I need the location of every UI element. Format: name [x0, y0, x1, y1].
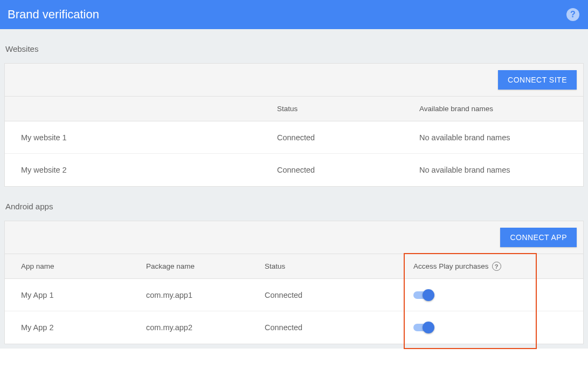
apps-col-access: Access Play purchases ?	[403, 262, 583, 271]
apps-col-app: App name	[5, 262, 146, 270]
apps-col-access-label: Access Play purchases	[413, 262, 489, 270]
access-help-icon[interactable]: ?	[492, 262, 501, 271]
app-package: com.my.app2	[146, 323, 265, 332]
website-name: My website 2	[5, 166, 277, 174]
website-brand: No available brand names	[419, 166, 583, 174]
websites-col-brand: Available brand names	[419, 105, 583, 113]
access-toggle[interactable]	[413, 289, 434, 301]
app-name: My App 2	[5, 323, 146, 332]
table-row: My App 2 com.my.app2 Connected	[5, 311, 583, 344]
website-brand: No available brand names	[419, 133, 583, 142]
websites-col-status: Status	[277, 105, 419, 113]
apps-table-header: App name Package name Status Access Play…	[5, 254, 583, 279]
apps-col-package: Package name	[146, 262, 265, 270]
table-row: My website 2 Connected No available bran…	[5, 154, 583, 186]
app-status: Connected	[265, 323, 403, 332]
access-toggle[interactable]	[413, 322, 434, 333]
website-name: My website 1	[5, 133, 277, 142]
apps-section-label: Android apps	[4, 187, 584, 221]
page-title: Brand verification	[8, 8, 99, 22]
websites-section-label: Websites	[4, 29, 584, 63]
apps-card: CONNECT APP App name Package name Status…	[4, 221, 584, 344]
page-header: Brand verification ?	[0, 0, 588, 29]
websites-card: CONNECT SITE Status Available brand name…	[4, 63, 584, 187]
website-status: Connected	[277, 166, 419, 174]
table-row: My App 1 com.my.app1 Connected	[5, 279, 583, 311]
website-status: Connected	[277, 133, 419, 142]
help-icon[interactable]: ?	[566, 8, 579, 21]
apps-col-status: Status	[265, 262, 403, 270]
app-name: My App 1	[5, 291, 146, 299]
app-status: Connected	[265, 291, 403, 299]
connect-site-button[interactable]: CONNECT SITE	[498, 70, 577, 90]
table-row: My website 1 Connected No available bran…	[5, 121, 583, 154]
websites-table-header: Status Available brand names	[5, 97, 583, 121]
connect-app-button[interactable]: CONNECT APP	[500, 228, 577, 247]
app-package: com.my.app1	[146, 291, 265, 299]
